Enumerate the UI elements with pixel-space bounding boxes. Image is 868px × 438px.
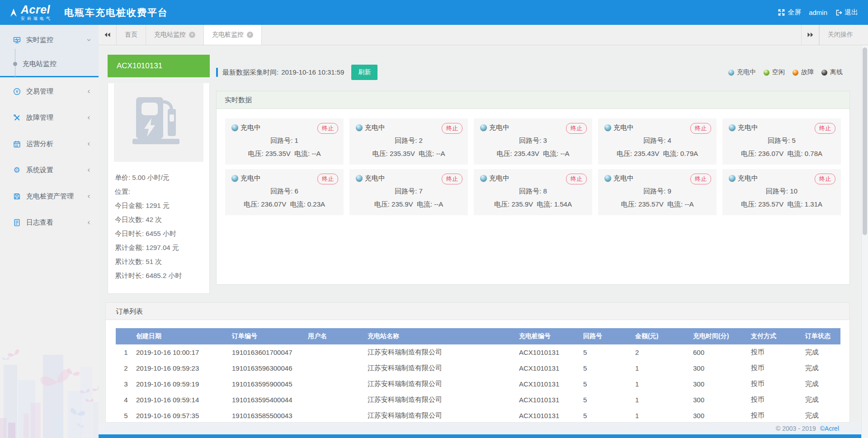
circuit-number: 回路号: 2: [356, 137, 462, 145]
fullscreen-button[interactable]: 全屏: [778, 8, 801, 17]
sidebar-item-pile-assets[interactable]: 充电桩资产管理: [0, 183, 99, 209]
logo-subtext: 安科瑞电气: [21, 17, 52, 21]
col-circuit-no: 回路号: [583, 328, 635, 344]
chevron-left-icon: [86, 141, 91, 146]
tab-home[interactable]: 首页: [117, 25, 146, 45]
scroll-tabs-right-button[interactable]: [801, 25, 819, 45]
stat-today-amount: 今日金额: 1291 元: [115, 198, 203, 212]
orders-panel-title: 订单列表: [106, 303, 849, 320]
stop-button[interactable]: 终止: [442, 123, 462, 134]
stop-button[interactable]: 终止: [815, 123, 835, 134]
circuit-card-6: 充电中终止 回路号: 6 电压: 236.07V 电流: 0.23A: [225, 169, 344, 215]
tab-pile-monitor[interactable]: 充电桩监控: [204, 25, 262, 45]
tab-close-icon[interactable]: [247, 32, 253, 38]
circuit-number: 回路号: 7: [356, 187, 462, 196]
pile-code-header: ACX1010131: [108, 55, 210, 77]
footer: © 2003 - 2019 ©Acrel: [99, 423, 868, 434]
station-stats: 单价: 5.00 小时/元 位置: 今日金额: 1291 元 今日次数: 42 …: [108, 168, 209, 283]
charging-status-icon: [480, 175, 487, 182]
sidebar-item-station-monitor[interactable]: 充电站监控: [0, 52, 99, 76]
stop-button[interactable]: 终止: [317, 174, 338, 184]
sidebar-item-trade-management[interactable]: ¥ 交易管理: [0, 78, 99, 104]
stop-button[interactable]: 终止: [317, 123, 338, 134]
sidebar-item-log-view[interactable]: 日志查看: [0, 209, 99, 235]
col-pay-method: 支付方式: [751, 328, 805, 344]
col-index: [116, 328, 136, 344]
tab-close-icon[interactable]: [189, 32, 195, 38]
stop-button[interactable]: 终止: [690, 123, 711, 134]
vertical-scrollbar[interactable]: [861, 45, 868, 438]
circuit-card-7: 充电中终止 回路号: 7 电压: 235.9V 电流: --A: [349, 169, 468, 215]
circuit-card-2: 充电中终止 回路号: 2 电压: 235.35V 电流: --A: [349, 118, 468, 165]
col-charge-minutes: 充电时间(分): [693, 328, 751, 344]
circuit-cards-grid: 充电中终止 回路号: 1 电压: 235.35V 电流: --A 充电中终止 回…: [217, 109, 849, 225]
legend-idle: 空闲: [764, 68, 785, 76]
monitor-icon: [13, 36, 21, 44]
calendar-icon: [13, 140, 21, 148]
charging-pile-icon: [130, 95, 188, 150]
accent-bar: [216, 68, 218, 77]
gear-icon: ⚙: [13, 166, 21, 174]
app-window: Acrel 安科瑞电气 电瓶车充电桩收费平台 全屏 admin: [0, 0, 868, 438]
charging-status-icon: [480, 124, 487, 131]
transaction-icon: ¥: [13, 87, 21, 95]
table-row: 5 2019-10-16 09:57:35 1910163585500043 江…: [116, 408, 840, 423]
sidebar-item-fault-management[interactable]: 故障管理: [0, 104, 99, 131]
logout-icon: [835, 9, 842, 16]
realtime-panel-title: 实时数据: [217, 91, 849, 109]
scrollbar-thumb[interactable]: [863, 47, 867, 235]
circuit-card-5: 充电中终止 回路号: 5 电压: 236.07V 电流: 0.78A: [722, 118, 841, 165]
circuit-number: 回路号: 6: [231, 187, 337, 196]
user-menu[interactable]: admin: [809, 9, 827, 16]
stop-button[interactable]: 终止: [815, 174, 835, 184]
circuit-card-9: 充电中终止 回路号: 9 电压: 235.57V 电流: --A: [598, 169, 717, 215]
voltage-current: 电压: 235.43V 电流: 0.79A: [604, 150, 710, 158]
sidebar-item-operation-analysis[interactable]: 运营分析: [0, 131, 99, 157]
station-summary-card: ACX1010131 单价: 5.00 小时/元 位置:: [108, 55, 210, 294]
stop-button[interactable]: 终止: [690, 174, 711, 184]
col-order-status: 订单状态: [805, 328, 840, 344]
chevron-left-icon: [86, 220, 91, 225]
top-header: Acrel 安科瑞电气 电瓶车充电桩收费平台 全屏 admin: [0, 0, 868, 25]
stop-button[interactable]: 终止: [566, 174, 587, 184]
chevron-left-icon: [86, 115, 91, 120]
table-row: 3 2019-10-16 09:59:19 1910163595900045 江…: [116, 376, 840, 392]
legend-offline: 离线: [821, 68, 843, 76]
offline-dot-icon: [821, 70, 827, 75]
tab-station-monitor[interactable]: 充电站监控: [146, 25, 204, 45]
close-operations-menu[interactable]: 关闭操作: [819, 25, 861, 45]
charging-pile-image: [114, 83, 203, 162]
circuit-number: 回路号: 10: [729, 187, 835, 196]
decorative-watermark: [0, 311, 105, 438]
voltage-current: 电压: 235.57V 电流: --A: [604, 200, 710, 209]
circuit-card-10: 充电中终止 回路号: 10 电压: 235.57V 电流: 1.31A: [722, 169, 841, 215]
circuit-number: 回路号: 9: [604, 187, 710, 196]
sidebar-item-realtime-monitor[interactable]: 实时监控: [0, 28, 99, 52]
bottom-accent-strip: [99, 434, 868, 438]
charging-status-icon: [356, 175, 363, 182]
brand-link[interactable]: ©Acrel: [820, 425, 839, 432]
chevron-left-icon: [86, 194, 91, 199]
circuit-card-1: 充电中终止 回路号: 1 电压: 235.35V 电流: --A: [225, 118, 344, 165]
circuit-card-4: 充电中终止 回路号: 4 电压: 235.43V 电流: 0.79A: [598, 118, 717, 165]
sidebar-item-system-settings[interactable]: ⚙ 系统设置: [0, 157, 99, 183]
copyright-text: © 2003 - 2019: [776, 425, 816, 432]
stat-total-amount: 累计金额: 1297.04 元: [115, 240, 203, 254]
stat-unit-price: 单价: 5.00 小时/元: [115, 170, 203, 184]
circuit-number: 回路号: 5: [729, 137, 835, 145]
refresh-button[interactable]: 刷新: [351, 65, 377, 80]
logout-button[interactable]: 退出: [835, 8, 858, 17]
orders-panel: 订单列表 创建日期 订单编号 用户名 充电站名称 充电桩编号 回路号: [105, 302, 850, 423]
scroll-tabs-left-button[interactable]: [99, 25, 117, 45]
fullscreen-icon: [778, 9, 785, 16]
stop-button[interactable]: 终止: [566, 123, 587, 134]
status-legend: 充电中 空闲 故障 离线: [728, 68, 843, 76]
col-order-no: 订单编号: [232, 328, 308, 344]
charging-status-icon: [231, 124, 238, 131]
charging-dot-icon: [728, 70, 734, 75]
stop-button[interactable]: 终止: [442, 174, 462, 184]
voltage-current: 电压: 235.9V 电流: --A: [356, 200, 462, 209]
charging-status-icon: [356, 124, 363, 131]
collect-time-label: 最新数据采集时间:2019-10-16 10:31:59: [222, 68, 344, 77]
table-row: 4 2019-10-16 09:59:14 1910163595400044 江…: [116, 392, 840, 408]
